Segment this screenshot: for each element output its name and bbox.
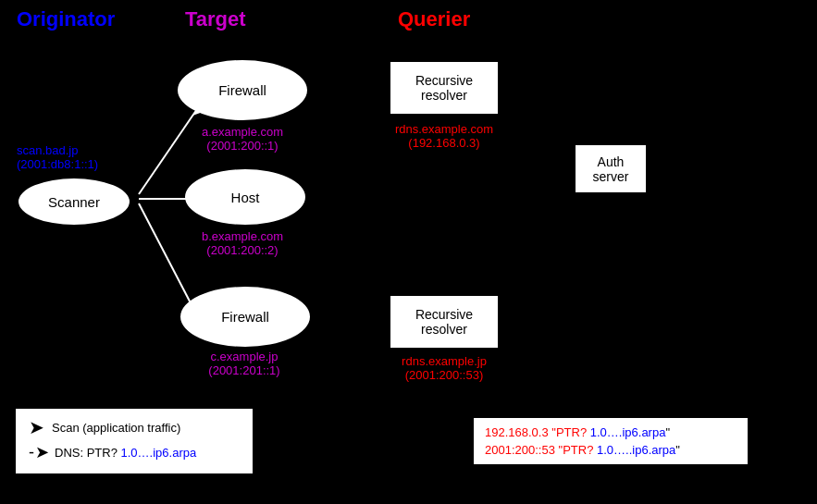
legend-row-scan: ➤ Scan (application traffic) — [29, 416, 240, 438]
diagram: Originator Target Querier scan.bad.jp (2… — [0, 0, 817, 504]
originator-sublabel: scan.bad.jp (2001:db8:1::1) — [17, 143, 98, 171]
target-firewall2-sublabel: c.example.jp (2001:201::1) — [178, 350, 311, 377]
info-box: 192.168.0.3 "PTR? 1.0….ip6.arpa" 2001:20… — [472, 416, 749, 466]
target-firewall1-sublabel: a.example.com (2001:200::1) — [178, 125, 307, 153]
header-querier: Querier — [398, 7, 470, 31]
legend-scan-text: Scan (application traffic) — [52, 421, 180, 435]
querier-resolver1-shape: Recursive resolver — [389, 60, 500, 116]
legend-box: ➤ Scan (application traffic) - ➤ DNS: PT… — [14, 407, 254, 475]
target-firewall2-shape: Firewall — [180, 287, 310, 347]
solid-arrow-icon: ➤ — [29, 416, 44, 438]
legend-dns-text: DNS: PTR? 1.0….ip6.arpa — [55, 446, 196, 460]
querier-resolver2-sublabel: rdns.example.jp (2001:200::53) — [370, 354, 518, 382]
target-host-shape: Host — [185, 169, 305, 225]
dashed-arrow-icon: - ➤ — [29, 442, 47, 462]
querier-resolver1-sublabel: rdns.example.com (192.168.0.3) — [370, 122, 518, 150]
info-line1: 192.168.0.3 "PTR? 1.0….ip6.arpa" — [485, 425, 737, 439]
info-line2: 2001:200::53 "PTR? 1.0…..ip6.arpa" — [485, 443, 737, 457]
target-host-sublabel: b.example.com (2001:200::2) — [178, 229, 307, 257]
target-firewall1-shape: Firewall — [178, 60, 307, 120]
legend-row-dns: - ➤ DNS: PTR? 1.0….ip6.arpa — [29, 442, 240, 462]
querier-resolver2-shape: Recursive resolver — [389, 294, 500, 350]
scanner-shape: Scanner — [19, 178, 130, 225]
auth-server-shape: Auth server — [574, 143, 648, 194]
header-originator: Originator — [17, 7, 115, 31]
header-target: Target — [185, 7, 246, 31]
